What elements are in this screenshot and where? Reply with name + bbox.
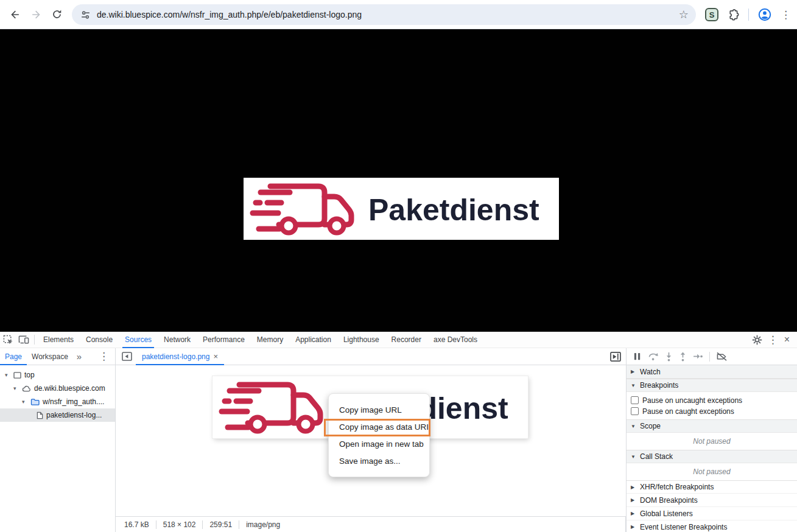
devtools-tabbar: Elements Console Sources Network Perform… [0, 332, 797, 348]
menu-item-open-image-in-new-tab[interactable]: Open image in new tab [329, 435, 429, 452]
aspect-ratio: 259:51 [209, 520, 232, 529]
section-label: Call Stack [640, 452, 673, 461]
tree-item-label: w/nsfr_img_auth.... [43, 397, 104, 406]
section-dom-breakpoints[interactable]: ▶ DOM Breakpoints [627, 494, 797, 507]
profile-avatar-icon[interactable] [757, 7, 772, 22]
pause-caught-checkbox[interactable] [631, 407, 639, 415]
checkbox-label: Pause on uncaught exceptions [642, 396, 742, 405]
tab-network[interactable]: Network [158, 332, 197, 348]
section-label: Event Listener Breakpoints [640, 523, 727, 531]
file-size: 16.7 kB [124, 520, 149, 529]
section-call-stack[interactable]: ▼ Call Stack [627, 450, 797, 463]
forward-button[interactable] [26, 4, 46, 25]
expander-icon[interactable]: ▾ [5, 372, 10, 378]
tree-item-folder[interactable]: ▾ w/nsfr_img_auth.... [0, 395, 115, 408]
section-breakpoints[interactable]: ▼ Breakpoints [627, 379, 797, 392]
section-scope[interactable]: ▼ Scope [627, 419, 797, 433]
file-tab-paketdienst-logo[interactable]: paketdienst-logo.png × [136, 348, 224, 365]
address-bar[interactable]: de.wiki.bluespice.com/w/nsfr_img_auth.ph… [72, 4, 696, 25]
section-xhr-breakpoints[interactable]: ▶ XHR/fetch Breakpoints [627, 480, 797, 494]
section-label: XHR/fetch Breakpoints [640, 483, 714, 491]
mime-type: image/png [246, 520, 280, 529]
step-out-icon[interactable] [679, 352, 687, 362]
navigator-tab-workspace[interactable]: Workspace [27, 348, 73, 365]
expander-icon[interactable]: ▾ [13, 385, 19, 391]
tab-memory[interactable]: Memory [251, 332, 289, 348]
devtools-settings-gear-icon[interactable] [750, 332, 765, 348]
scope-not-paused: Not paused [627, 433, 797, 450]
tab-elements[interactable]: Elements [37, 332, 80, 348]
devtools-close-icon[interactable]: × [781, 334, 793, 345]
section-label: DOM Breakpoints [640, 496, 698, 505]
page-viewport: Paketdienst [0, 29, 797, 332]
collapsed-triangle-icon: ▶ [631, 524, 636, 530]
expanded-triangle-icon: ▼ [631, 383, 636, 388]
automation-highlight-box [324, 419, 430, 436]
back-button[interactable] [5, 4, 26, 25]
tab-sources[interactable]: Sources [119, 332, 158, 348]
step-icon[interactable] [693, 352, 703, 360]
browser-menu-kebab-icon[interactable]: ⋮ [781, 10, 791, 20]
tree-item-label: paketdienst-log... [46, 411, 102, 419]
tree-item-top[interactable]: ▾ top [0, 368, 115, 382]
tab-console[interactable]: Console [80, 332, 119, 348]
tab-lighthouse[interactable]: Lighthouse [337, 332, 385, 348]
tab-recorder[interactable]: Recorder [385, 332, 427, 348]
tree-item-label: top [24, 371, 35, 379]
frame-icon [13, 372, 21, 379]
file-tab-close-icon[interactable]: × [213, 352, 218, 361]
navigator-kebab-icon[interactable]: ⋮ [99, 351, 115, 362]
device-toolbar-icon[interactable] [16, 332, 32, 348]
paketdienst-truck-logo: Paketdienst [244, 178, 559, 240]
extension-s-icon[interactable]: S [705, 8, 718, 21]
pause-caught-row[interactable]: Pause on caught exceptions [627, 405, 797, 417]
reload-icon [51, 9, 63, 20]
toolbar-divider [748, 9, 749, 21]
extensions-puzzle-icon[interactable] [727, 9, 740, 21]
devtools-menu-kebab-icon[interactable]: ⋮ [768, 335, 778, 345]
browser-toolbar: de.wiki.bluespice.com/w/nsfr_img_auth.ph… [0, 0, 797, 29]
section-watch[interactable]: ▶ Watch [627, 365, 797, 379]
toggle-debugger-sidebar-icon[interactable] [610, 352, 621, 362]
folder-icon [30, 398, 40, 405]
navigator-tabbar: Page Workspace » ⋮ [0, 348, 116, 365]
tab-application[interactable]: Application [289, 332, 337, 348]
tree-item-file-selected[interactable]: paketdienst-log... [0, 408, 115, 422]
inspect-element-icon[interactable] [0, 332, 16, 348]
debugger-toolbar [626, 348, 797, 365]
image-dimensions: 518 × 102 [163, 520, 196, 529]
collapsed-triangle-icon: ▶ [631, 511, 636, 516]
tabbar-divider [34, 335, 35, 345]
reload-button[interactable] [46, 4, 67, 25]
step-over-icon[interactable] [648, 352, 659, 361]
tree-item-label: de.wiki.bluespice.com [34, 384, 105, 393]
section-label: Watch [640, 368, 661, 376]
navigator-tab-page[interactable]: Page [0, 348, 27, 365]
url-text[interactable]: de.wiki.bluespice.com/w/nsfr_img_auth.ph… [97, 10, 679, 19]
section-event-listener-breakpoints[interactable]: ▶ Event Listener Breakpoints [627, 520, 797, 532]
more-tabs-chevron-icon[interactable]: » [73, 351, 85, 362]
collapsed-triangle-icon: ▶ [631, 485, 636, 490]
pause-uncaught-checkbox[interactable] [631, 396, 639, 404]
tab-performance[interactable]: Performance [197, 332, 251, 348]
expander-icon[interactable]: ▾ [22, 399, 27, 405]
deactivate-breakpoints-icon[interactable] [716, 352, 728, 362]
step-into-icon[interactable] [665, 352, 673, 362]
section-label: Scope [640, 422, 661, 430]
hide-navigator-icon[interactable] [122, 352, 132, 361]
pause-script-icon[interactable] [633, 352, 642, 361]
section-global-listeners[interactable]: ▶ Global Listeners [627, 507, 797, 520]
pause-uncaught-row[interactable]: Pause on uncaught exceptions [627, 394, 797, 405]
forward-arrow-icon [30, 9, 42, 21]
logo-wordmark: Paketdienst [368, 193, 539, 227]
tree-item-domain[interactable]: ▾ de.wiki.bluespice.com [0, 382, 115, 395]
page-image-paketdienst-logo[interactable]: Paketdienst [244, 178, 559, 240]
tab-axe-devtools[interactable]: axe DevTools [427, 332, 483, 348]
bookmark-star-icon[interactable]: ☆ [679, 9, 689, 20]
expanded-triangle-icon: ▼ [631, 454, 636, 460]
section-label: Breakpoints [640, 381, 678, 390]
menu-item-save-image-as[interactable]: Save image as... [329, 452, 429, 469]
expanded-triangle-icon: ▼ [631, 424, 636, 429]
menu-item-copy-image-url[interactable]: Copy image URL [329, 401, 429, 418]
cloud-icon [22, 385, 31, 392]
